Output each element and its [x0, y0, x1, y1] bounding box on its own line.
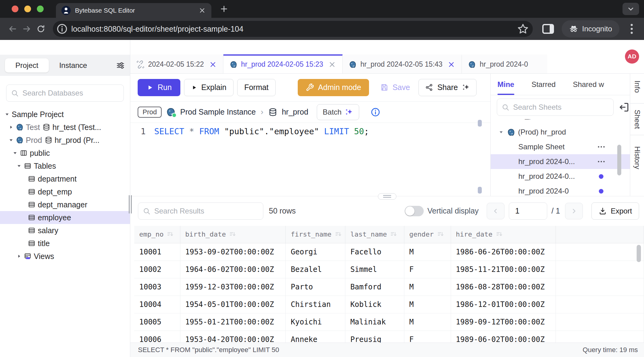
col-header-birth_date[interactable]: birth_date: [180, 226, 286, 243]
cell-emp_no[interactable]: 10005: [134, 313, 180, 331]
sql-editor[interactable]: 1 SELECT * FROM "public"."employee" LIMI…: [130, 123, 490, 196]
browser-tab[interactable]: Bytebase SQL Editor: [56, 3, 211, 18]
window-close-button[interactable]: [12, 6, 18, 12]
cell-last_name[interactable]: Facello: [345, 243, 404, 261]
tree-item-hr-test-test[interactable]: Testhr_test (Test...: [0, 121, 130, 134]
sheet-item-clipped[interactable]: hr_prod 2024-0...: [491, 119, 630, 125]
tab-search-chevron-button[interactable]: [622, 3, 639, 15]
col-header-last_name[interactable]: last_name: [345, 226, 404, 243]
table-scrollbar-thumb[interactable]: [637, 245, 641, 262]
cell-gender[interactable]: M: [404, 278, 451, 296]
col-header-gender[interactable]: gender: [404, 226, 451, 243]
cell-birth_date[interactable]: 1954-05-01T00:00:00Z: [180, 296, 286, 313]
tab-sheet[interactable]: Sheet: [630, 103, 644, 135]
sort-icon[interactable]: [390, 230, 397, 238]
tree-item-public[interactable]: public: [0, 147, 130, 159]
chevron-down-icon[interactable]: [498, 129, 504, 135]
share-button[interactable]: Share: [418, 79, 477, 96]
cell-emp_no[interactable]: 10004: [134, 296, 180, 313]
site-info-icon[interactable]: [56, 23, 68, 35]
sheet-group-prod-hr-prod[interactable]: (Prod) hr_prod: [491, 125, 630, 139]
sheet-item-hr-prod-2024-0[interactable]: hr_prod 2024-0: [491, 184, 630, 196]
cell-emp_no[interactable]: 10002: [134, 261, 180, 278]
cell-first_name[interactable]: Anneke: [286, 331, 345, 343]
cell-emp_no[interactable]: 10001: [134, 243, 180, 261]
chevron-down-icon[interactable]: [16, 163, 22, 169]
cell-gender[interactable]: F: [404, 261, 451, 278]
sort-icon[interactable]: [335, 230, 342, 238]
editor-scrollbar-top[interactable]: [478, 120, 482, 127]
explain-button[interactable]: Explain: [184, 79, 234, 96]
tree-item-department[interactable]: department: [0, 172, 130, 185]
editor-tab-hr-prod-2024-02-05-15-23[interactable]: hr_prod 2024-02-05 15:23: [223, 54, 343, 73]
cell-gender[interactable]: M: [404, 296, 451, 313]
tree-item-dept-manager[interactable]: dept_manager: [0, 198, 130, 211]
format-button[interactable]: Format: [237, 79, 276, 96]
tab-starred[interactable]: Starred: [532, 74, 556, 95]
tree-item-employee[interactable]: employee: [0, 211, 130, 224]
sheet-item-hr-prod-2024-0[interactable]: hr_prod 2024-0...: [491, 154, 630, 169]
cell-gender[interactable]: F: [404, 331, 451, 343]
window-zoom-button[interactable]: [37, 6, 44, 12]
sheet-search-input[interactable]: [512, 103, 609, 112]
cell-birth_date[interactable]: 1955-01-21T00:00:00Z: [180, 313, 286, 331]
col-header-emp_no[interactable]: emp_no: [134, 226, 180, 243]
col-header-first_name[interactable]: first_name: [286, 226, 345, 243]
close-icon[interactable]: [447, 61, 455, 69]
info-circle-icon[interactable]: [370, 107, 381, 117]
tree-item-salary[interactable]: salary: [0, 224, 130, 237]
run-button[interactable]: Run: [138, 79, 180, 96]
forward-button[interactable]: [20, 22, 34, 36]
cell-birth_date[interactable]: 1964-06-02T00:00:00Z: [180, 261, 286, 278]
cell-birth_date[interactable]: 1953-09-02T00:00:00Z: [180, 243, 286, 261]
batch-button[interactable]: Batch: [317, 104, 359, 120]
chevron-right-icon[interactable]: [16, 253, 22, 259]
next-page-button[interactable]: [565, 203, 583, 219]
cell-first_name[interactable]: Kyoichi: [286, 313, 345, 331]
sidebar-resize-handle[interactable]: [129, 195, 132, 214]
cell-emp_no[interactable]: 10006: [134, 331, 180, 343]
export-button[interactable]: Export: [591, 202, 639, 220]
cell-birth_date[interactable]: 1959-12-03T00:00:00Z: [180, 278, 286, 296]
tab-mine[interactable]: Mine: [497, 74, 514, 95]
cell-hire_date[interactable]: 1989-09-12T00:00:00Z: [451, 313, 556, 331]
chevron-down-icon[interactable]: [8, 137, 14, 143]
chevron-down-icon[interactable]: [4, 111, 10, 117]
sheet-item-sample-sheet[interactable]: Sample Sheet: [491, 139, 630, 154]
cell-last_name[interactable]: Bamford: [345, 278, 404, 296]
cell-hire_date[interactable]: 1986-08-28T00:00:00Z: [451, 278, 556, 296]
tree-item-tables[interactable]: Tables: [0, 159, 130, 172]
filter-settings-icon[interactable]: [116, 61, 125, 70]
browser-tab-close-icon[interactable]: [198, 7, 206, 14]
cell-hire_date[interactable]: 1989-06-02T00:00:00Z: [451, 331, 556, 343]
tree-item-dept-emp[interactable]: dept_emp: [0, 185, 130, 198]
more-actions-icon[interactable]: [597, 157, 606, 166]
tab-shared[interactable]: Shared w: [573, 74, 604, 95]
cell-last_name[interactable]: Maliniak: [345, 313, 404, 331]
cell-last_name[interactable]: Preusig: [345, 331, 404, 343]
browser-menu-icon[interactable]: [625, 22, 638, 36]
tab-instance[interactable]: Instance: [49, 58, 98, 73]
database-name[interactable]: hr_prod: [282, 108, 308, 116]
browser-new-tab-button[interactable]: [219, 4, 229, 14]
tab-info[interactable]: Info: [630, 79, 644, 94]
cell-gender[interactable]: M: [404, 243, 451, 261]
sort-icon[interactable]: [229, 230, 236, 238]
tab-project[interactable]: Project: [5, 58, 49, 73]
new-query-tab-button[interactable]: [607, 50, 619, 63]
instance-name[interactable]: Prod Sample Instance: [180, 108, 256, 116]
cell-last_name[interactable]: Koblick: [345, 296, 404, 313]
bookmark-star-icon[interactable]: [517, 23, 529, 35]
user-avatar[interactable]: AD: [625, 49, 639, 64]
database-search-input[interactable]: [22, 88, 119, 98]
window-minimize-button[interactable]: [24, 6, 31, 12]
editor-tab-2024-02-05-15-22[interactable]: 2024-02-05 15:22: [130, 54, 223, 73]
sort-icon[interactable]: [167, 230, 174, 238]
close-icon[interactable]: [328, 61, 336, 69]
panel-resize-handle[interactable]: [378, 193, 396, 200]
chevron-down-icon[interactable]: [12, 150, 18, 156]
editor-tab-hr-prod-2024-02-05-15-43[interactable]: hr_prod 2024-02-05 15:43: [343, 54, 462, 73]
editor-tab-hr-prod-2024-0[interactable]: hr_prod 2024-0: [462, 54, 547, 73]
cell-emp_no[interactable]: 10003: [134, 278, 180, 296]
cell-last_name[interactable]: Simmel: [345, 261, 404, 278]
